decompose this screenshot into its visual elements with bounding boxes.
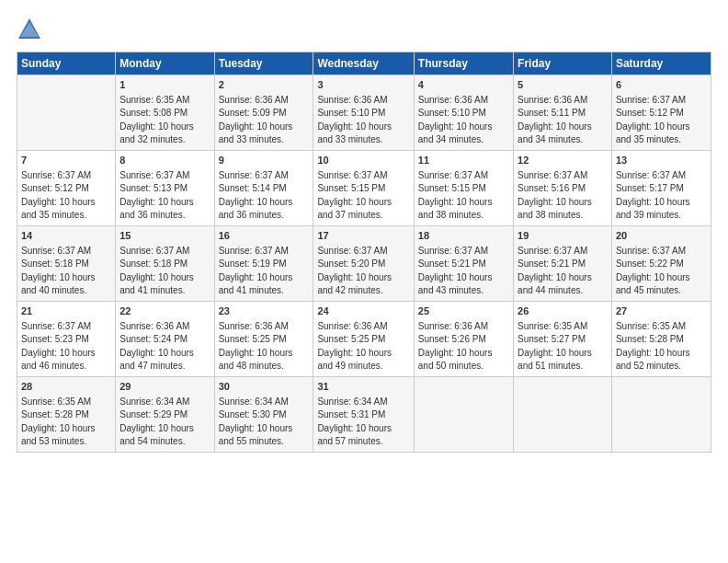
day-number: 27 xyxy=(616,304,707,319)
day-info-line: and 42 minutes. xyxy=(317,284,409,298)
day-info-line: Sunrise: 6:34 AM xyxy=(219,396,310,409)
day-cell: 9Sunrise: 6:37 AMSunset: 5:14 PMDaylight… xyxy=(214,150,313,225)
day-info-line: Sunrise: 6:37 AM xyxy=(616,169,707,183)
day-info-line: Sunset: 5:20 PM xyxy=(317,258,409,271)
day-info-line: Sunrise: 6:35 AM xyxy=(21,396,111,409)
day-info-line: and 35 minutes. xyxy=(616,133,707,147)
day-number: 5 xyxy=(518,78,608,93)
day-info-line: Sunset: 5:26 PM xyxy=(418,333,509,347)
day-info-line: Daylight: 10 hours xyxy=(518,347,608,361)
week-row-1: 1Sunrise: 6:35 AMSunset: 5:08 PMDaylight… xyxy=(17,75,711,151)
day-info-line: and 33 minutes. xyxy=(317,133,409,147)
day-info-line: and 32 minutes. xyxy=(119,133,210,147)
day-info-line: Sunset: 5:15 PM xyxy=(317,182,409,196)
day-info-line: Daylight: 10 hours xyxy=(418,196,509,210)
day-info-line: and 49 minutes. xyxy=(317,360,409,373)
day-number: 2 xyxy=(219,78,310,93)
day-info-line: and 57 minutes. xyxy=(317,435,409,449)
day-number: 29 xyxy=(119,380,210,395)
day-info-line: Daylight: 10 hours xyxy=(317,196,409,210)
day-cell: 24Sunrise: 6:36 AMSunset: 5:25 PMDayligh… xyxy=(313,301,414,376)
day-info-line: Daylight: 10 hours xyxy=(317,347,409,361)
day-info-line: Sunset: 5:31 PM xyxy=(317,408,409,422)
day-cell: 4Sunrise: 6:36 AMSunset: 5:10 PMDaylight… xyxy=(414,75,513,151)
day-number: 23 xyxy=(219,304,310,319)
day-info-line: and 50 minutes. xyxy=(418,360,509,373)
day-cell: 28Sunrise: 6:35 AMSunset: 5:28 PMDayligh… xyxy=(17,376,116,452)
day-info-line: Daylight: 10 hours xyxy=(219,422,310,436)
day-number: 4 xyxy=(418,78,509,93)
day-cell: 1Sunrise: 6:35 AMSunset: 5:08 PMDaylight… xyxy=(116,75,214,151)
svg-marker-1 xyxy=(20,22,39,37)
calendar-table: SundayMondayTuesdayWednesdayThursdayFrid… xyxy=(17,52,711,453)
day-info-line: Sunrise: 6:36 AM xyxy=(418,320,509,334)
day-info-line: Sunset: 5:09 PM xyxy=(219,107,310,121)
day-info-line: and 51 minutes. xyxy=(518,360,608,373)
day-info-line: Sunrise: 6:37 AM xyxy=(418,169,509,183)
day-info-line: Daylight: 10 hours xyxy=(616,196,707,210)
day-number: 21 xyxy=(21,304,111,319)
day-info-line: Daylight: 10 hours xyxy=(21,347,111,361)
day-info-line: Sunset: 5:08 PM xyxy=(119,107,210,121)
day-info-line: Sunrise: 6:37 AM xyxy=(518,169,608,183)
day-number: 8 xyxy=(119,154,210,168)
col-header-saturday: Saturday xyxy=(611,52,711,75)
week-row-4: 21Sunrise: 6:37 AMSunset: 5:23 PMDayligh… xyxy=(17,301,711,376)
logo-icon xyxy=(17,17,42,42)
day-info-line: and 39 minutes. xyxy=(616,209,707,223)
day-info-line: Daylight: 10 hours xyxy=(518,121,608,134)
day-cell: 25Sunrise: 6:36 AMSunset: 5:26 PMDayligh… xyxy=(414,301,513,376)
day-info-line: Daylight: 10 hours xyxy=(119,196,210,210)
day-info-line: Sunrise: 6:34 AM xyxy=(119,396,210,409)
day-info-line: Sunset: 5:24 PM xyxy=(119,333,210,347)
col-header-monday: Monday xyxy=(116,52,214,75)
day-info-line: Daylight: 10 hours xyxy=(119,422,210,436)
day-info-line: Daylight: 10 hours xyxy=(219,196,310,210)
day-number: 20 xyxy=(616,229,707,244)
day-info-line: Sunset: 5:11 PM xyxy=(518,107,608,121)
col-header-sunday: Sunday xyxy=(17,52,116,75)
day-number: 31 xyxy=(317,380,409,395)
day-info-line: Sunset: 5:12 PM xyxy=(21,182,111,196)
day-cell: 17Sunrise: 6:37 AMSunset: 5:20 PMDayligh… xyxy=(313,225,414,301)
day-number: 22 xyxy=(119,304,210,319)
day-cell: 6Sunrise: 6:37 AMSunset: 5:12 PMDaylight… xyxy=(611,75,711,151)
day-info-line: and 46 minutes. xyxy=(21,360,111,373)
day-cell: 14Sunrise: 6:37 AMSunset: 5:18 PMDayligh… xyxy=(17,225,116,301)
week-row-2: 7Sunrise: 6:37 AMSunset: 5:12 PMDaylight… xyxy=(17,150,711,225)
day-info-line: Daylight: 10 hours xyxy=(21,196,111,210)
day-info-line: Daylight: 10 hours xyxy=(219,347,310,361)
day-info-line: Sunrise: 6:37 AM xyxy=(317,245,409,259)
day-info-line: Sunrise: 6:37 AM xyxy=(21,245,111,259)
day-info-line: and 34 minutes. xyxy=(518,133,608,147)
day-info-line: Sunrise: 6:37 AM xyxy=(616,94,707,108)
day-info-line: Sunset: 5:28 PM xyxy=(21,408,111,422)
day-cell: 20Sunrise: 6:37 AMSunset: 5:22 PMDayligh… xyxy=(611,225,711,301)
day-number: 14 xyxy=(21,229,111,244)
day-number: 17 xyxy=(317,229,409,244)
day-info-line: Sunset: 5:25 PM xyxy=(317,333,409,347)
header-row: SundayMondayTuesdayWednesdayThursdayFrid… xyxy=(17,52,711,75)
day-info-line: Sunset: 5:19 PM xyxy=(219,258,310,271)
day-number: 15 xyxy=(119,229,210,244)
day-info-line: and 43 minutes. xyxy=(418,284,509,298)
day-info-line: and 34 minutes. xyxy=(418,133,509,147)
day-info-line: Daylight: 10 hours xyxy=(21,271,111,285)
day-info-line: Sunrise: 6:37 AM xyxy=(21,169,111,183)
day-number: 13 xyxy=(616,154,707,168)
day-info-line: and 40 minutes. xyxy=(21,284,111,298)
day-info-line: Daylight: 10 hours xyxy=(119,271,210,285)
day-cell: 29Sunrise: 6:34 AMSunset: 5:29 PMDayligh… xyxy=(116,376,214,452)
day-info-line: Sunrise: 6:37 AM xyxy=(119,169,210,183)
day-info-line: Sunset: 5:21 PM xyxy=(518,258,608,271)
day-info-line: and 38 minutes. xyxy=(518,209,608,223)
day-cell: 31Sunrise: 6:34 AMSunset: 5:31 PMDayligh… xyxy=(313,376,414,452)
day-number: 7 xyxy=(21,154,111,168)
day-cell: 26Sunrise: 6:35 AMSunset: 5:27 PMDayligh… xyxy=(514,301,612,376)
day-info-line: Sunset: 5:28 PM xyxy=(616,333,707,347)
day-info-line: Sunset: 5:25 PM xyxy=(219,333,310,347)
day-number: 11 xyxy=(418,154,509,168)
day-info-line: Daylight: 10 hours xyxy=(418,271,509,285)
day-info-line: Sunrise: 6:36 AM xyxy=(219,94,310,108)
day-info-line: and 33 minutes. xyxy=(219,133,310,147)
